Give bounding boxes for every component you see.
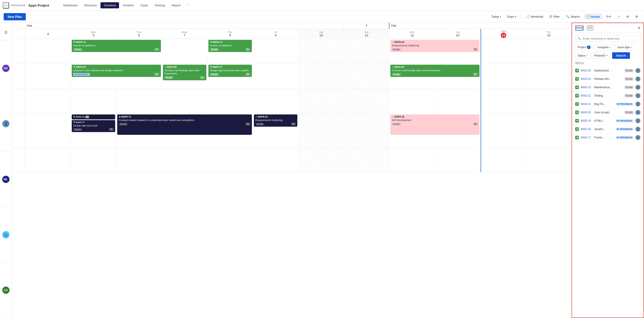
task-mapa77[interactable]: ⚑ MAPA-77 Design app icons and other gra…: [208, 65, 252, 77]
filter-rows-icon[interactable]: ☰: [4, 30, 8, 35]
task-mapa73-dd-fri[interactable]: ⚑ MAPA-73 Decide on platforms TO DO 8h: [208, 40, 252, 52]
task-mapa73-dd[interactable]: ⚑ MAPA-73 Decide on platforms TO DO 8h: [72, 40, 161, 52]
issue-row-wad21[interactable]: ⚑ WAD-21 Bug Fix... IN PROGRESS 👤: [572, 100, 644, 108]
filter-issue-type[interactable]: Issue type ▾: [615, 44, 634, 50]
tab-basic[interactable]: Basic: [575, 25, 583, 30]
cell-u-10: [298, 64, 344, 88]
settings2-button[interactable]: ⚙: [624, 13, 631, 20]
issue-row-wad22[interactable]: ⚑ WAD-22 Testing TO DO 👤: [572, 92, 644, 100]
workload-label: Workload: [531, 15, 543, 18]
task-mapa80-wed[interactable]: ✓ MAPA-80 Choose a technology stack and …: [163, 65, 206, 80]
issue-row-wad23[interactable]: ⚑ WAD-23 Maintenance... TO DO 👤: [572, 83, 644, 92]
issue-avatar: 👤: [636, 93, 640, 98]
cell-d-9: ✓ MAPA-64 Requirements Gathering TO DO 7…: [253, 114, 298, 147]
refresh-icon: ↻↺: [606, 15, 611, 18]
issue-avatar: 👤: [636, 135, 640, 140]
tab-jql[interactable]: JQL: [587, 25, 593, 30]
issue-icon: ⚑: [575, 136, 579, 139]
issue-avatar: 👤: [636, 110, 640, 115]
avatar-ml[interactable]: ML: [2, 176, 10, 183]
issue-row-wad25[interactable]: ⚑ WAD-25 Deployment ... TO DO 👤: [572, 66, 644, 75]
tab-timelog[interactable]: Timelog: [152, 2, 168, 8]
cell-ln-7: [162, 147, 208, 172]
avatar-user[interactable]: 👤: [2, 120, 10, 127]
chevron-down-icon: ▾: [586, 54, 588, 57]
calendar-area: Feb 7 Feb 4 Mon 5: [12, 23, 572, 318]
cell-d-4: [25, 114, 71, 147]
avatar-dd[interactable]: DD: [2, 65, 10, 72]
workload-button[interactable]: 🕐 Workload: [524, 13, 546, 20]
cell-ln-5: [71, 147, 116, 172]
task-mapa72[interactable]: ⚑ MAPA-72 2h: [72, 114, 115, 119]
issue-icon: ⚑: [575, 69, 579, 72]
filter-button[interactable]: ☰ Filter: [547, 13, 562, 20]
avatar-ln[interactable]: LN: [2, 287, 10, 294]
tab-gantt[interactable]: Gantt: [137, 2, 151, 8]
filter-planned[interactable]: Planned? ▾: [592, 52, 610, 59]
issues-button[interactable]: 📋 Issues: [584, 13, 602, 20]
issue-icon: ⚑: [575, 85, 579, 89]
tab-dashboard[interactable]: Dashboard: [60, 2, 81, 8]
cell-u-11: [344, 64, 390, 88]
issue-key: WAD-18: [581, 128, 592, 131]
issue-key: WAD-24: [581, 77, 592, 80]
issue-row-wad18[interactable]: ⚑ WAD-18 JavaSc... IN PROGRESS 👤: [572, 125, 644, 133]
task-mapa58[interactable]: ✓ MAPA-58 API Development TO DO 9h: [390, 114, 479, 135]
issue-row-wad17[interactable]: ⚑ WAD-17 Frame... IN PROGRESS 👤: [572, 133, 644, 142]
avatar-diamond[interactable]: ◇: [2, 231, 10, 238]
top-nav: ← PROGRAM Apps Project Dashboard Resourc…: [0, 0, 644, 11]
tab-schedule[interactable]: Schedule: [100, 2, 119, 8]
task-mapa64-dark[interactable]: ✓ MAPA-64 Requirements Gathering TO DO 7…: [254, 114, 297, 127]
close-button[interactable]: ✕: [638, 26, 640, 30]
results-count: 50/113: [572, 61, 644, 66]
panel-search-button[interactable]: Search: [612, 52, 630, 59]
back-button[interactable]: ←: [3, 2, 9, 8]
task-mapa80-mon[interactable]: ✓ MAPA-80 Choose a technology stack and …: [390, 65, 479, 77]
filter-assignee[interactable]: Assignee ▾: [595, 44, 613, 50]
issue-title: Maintenance...: [594, 86, 622, 89]
issue-status: IN PROGRESS: [616, 119, 634, 123]
search-icon: 🔍: [578, 37, 581, 40]
issue-row-wad20[interactable]: ⚑ WAD-20 User Accept... TO DO 👤: [572, 108, 644, 117]
month-label-feb1: Feb: [25, 23, 344, 29]
task-mapa83[interactable]: ⚑ MAPA-83 Choose a color scheme and desi…: [72, 65, 161, 77]
issue-icon: ⚑: [575, 119, 579, 123]
issue-row-wad24[interactable]: ⚑ WAD-24 Release Ma... TO DO 👤: [572, 75, 644, 83]
days-button[interactable]: Days ▾: [505, 13, 518, 20]
refresh-button[interactable]: ↻↺: [604, 13, 614, 20]
day-col-5: Mon 5: [71, 29, 116, 39]
task-mapa71[interactable]: ⊖ MAPA-71 Conduct market research to und…: [117, 114, 252, 135]
filter-header[interactable]: ☰: [0, 24, 12, 41]
panel-search-box[interactable]: 🔍: [575, 35, 640, 42]
issue-key: WAD-21: [581, 102, 592, 106]
tab-report[interactable]: Report: [168, 2, 184, 8]
new-plan-button[interactable]: New Plan: [4, 13, 26, 20]
task-mapa77-dark[interactable]: ⚑ MAPA-77 Design app icons and TO DO 7h: [72, 120, 115, 132]
search-input[interactable]: [583, 37, 638, 40]
issue-avatar: 👤: [636, 85, 640, 90]
day-col-6: Tue 6: [116, 29, 162, 39]
panel-filters: Project 2 Assignee ▾ Issue type ▾ Status…: [572, 44, 644, 59]
nav-more-icon[interactable]: ⋯: [184, 2, 191, 8]
cell-ml-7: [162, 89, 208, 113]
nav-tabs: Dashboard Resource Schedule Timeline Gan…: [60, 2, 191, 8]
fullscreen-button[interactable]: ⤢: [615, 13, 622, 20]
filter-status[interactable]: Status ▾: [575, 52, 590, 59]
today-label: Today: [491, 15, 499, 18]
issue-title: Testing: [594, 94, 622, 97]
cell-ln-9: [253, 147, 298, 172]
tab-timeline[interactable]: Timeline: [120, 2, 137, 8]
issue-type-label: Issue type: [618, 46, 630, 49]
issues-label: Issues: [591, 15, 600, 18]
filter-project[interactable]: Project 2: [575, 44, 593, 50]
search-button[interactable]: 🔍 Search: [564, 13, 582, 20]
task-mapa64-dd[interactable]: ✓ MAPA-64 Requirements Gathering TO DO 9…: [390, 40, 479, 52]
tab-resource[interactable]: Resource: [81, 2, 100, 8]
issue-icon: ⚑: [575, 102, 579, 106]
issue-row-wad19[interactable]: ⚑ WAD-19 HTML/... IN PROGRESS 👤: [572, 117, 644, 125]
sliders-icon: ⚙: [626, 15, 629, 18]
issue-status: TO DO: [624, 86, 634, 89]
today-button[interactable]: Today ▾: [489, 13, 503, 20]
gear-button[interactable]: ⚙: [633, 13, 640, 20]
calendar-row-ln: [12, 147, 572, 172]
